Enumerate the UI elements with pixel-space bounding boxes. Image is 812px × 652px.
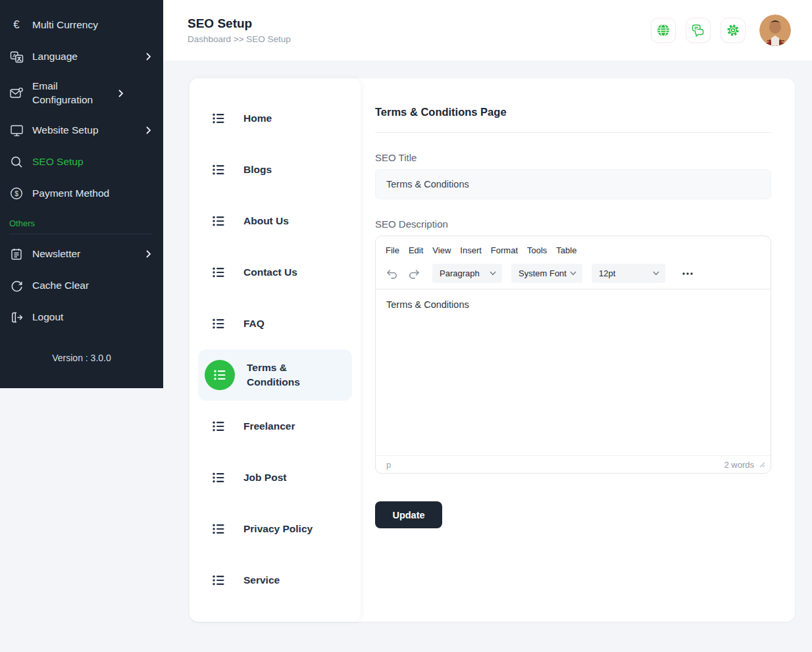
topbar: SEO Setup Dashboard >> SEO Setup [163,0,812,61]
editor-content[interactable]: Terms & Conditions [376,289,771,455]
sidebar-section-others: Others [9,218,153,234]
editor-menubar: File Edit View Insert Format Tools Table [376,236,771,259]
search-icon [9,155,24,169]
undo-icon[interactable] [382,264,401,283]
element-path: p [386,460,391,470]
subnav-item-terms-conditions[interactable]: Terms & Conditions [198,349,352,401]
rich-text-editor: File Edit View Insert Format Tools Table [375,236,771,474]
chevron-right-icon [146,250,153,258]
menu-format[interactable]: Format [486,243,522,258]
terms-conditions-form: Terms & Conditions Page SEO Title SEO De… [361,78,795,622]
page-title: SEO Setup [188,16,291,31]
breadcrumb: Dashboard >> SEO Setup [188,34,291,44]
list-icon [212,471,225,484]
refresh-icon [9,278,24,293]
messages-button[interactable] [686,18,711,43]
subnav-item-contact-us[interactable]: Contact Us [190,247,361,298]
seo-title-input[interactable] [375,169,771,199]
word-count: 2 words [724,460,754,470]
chevron-down-icon [653,271,659,276]
language-globe-button[interactable] [651,18,676,43]
seo-pages-subnav: Home Blogs About Us Contact Us FAQ [190,78,361,622]
svg-text:$: $ [14,189,18,197]
font-family-dropdown[interactable]: System Font [511,264,582,283]
chevron-right-icon [118,89,125,97]
chevron-right-icon [146,126,153,134]
sidebar-item-email-configuration[interactable]: Email Configuration [0,72,163,114]
menu-tools[interactable]: Tools [522,243,551,258]
dollar-icon: $ [9,186,24,201]
redo-icon[interactable] [405,264,423,283]
subnav-item-job-post[interactable]: Job Post [190,452,361,503]
menu-table[interactable]: Table [551,243,581,258]
sidebar-item-language[interactable]: A Language [0,41,163,72]
editor-statusbar: p 2 words [376,455,771,473]
chevron-right-icon [146,53,153,61]
cutoff-item [0,0,163,9]
seo-description-label: SEO Description [375,218,771,230]
subnav-item-faq[interactable]: FAQ [190,298,361,349]
font-size-dropdown[interactable]: 12pt [592,264,665,283]
gear-icon [726,23,740,38]
version-label: Version : 3.0.0 [0,353,163,363]
page-title-block: SEO Setup Dashboard >> SEO Setup [188,16,291,44]
euro-icon: € [9,18,24,32]
logout-icon [9,310,24,324]
editor-toolbar: Paragraph System Font 12pt [376,259,771,289]
sidebar-item-payment-method[interactable]: $ Payment Method [0,178,163,209]
subnav-item-blogs[interactable]: Blogs [190,144,361,195]
menu-insert[interactable]: Insert [455,243,486,258]
menu-file[interactable]: File [381,243,404,258]
translate-icon: A [9,49,24,64]
list-icon [212,112,225,125]
sidebar-item-multi-currency[interactable]: € Multi Currency [0,9,163,41]
menu-edit[interactable]: Edit [404,243,428,258]
globe-icon [656,23,671,38]
mail-icon [9,86,24,101]
subnav-item-about-us[interactable]: About Us [190,195,361,247]
list-icon [212,214,225,228]
resize-grip[interactable] [759,461,765,468]
list-icon [212,266,225,279]
subnav-item-home[interactable]: Home [190,93,361,144]
list-icon [212,522,225,536]
block-format-dropdown[interactable]: Paragraph [432,264,502,283]
subnav-item-freelancer[interactable]: Freelancer [190,401,361,452]
subnav-item-privacy-policy[interactable]: Privacy Policy [190,503,361,555]
sidebar-item-newsletter[interactable]: Newsletter [0,238,163,270]
subnav-item-service[interactable]: Service [190,555,361,606]
menu-view[interactable]: View [428,243,455,258]
more-toolbar-icon[interactable] [678,264,697,283]
settings-button[interactable] [721,18,746,43]
list-icon [212,420,225,433]
list-icon [205,360,235,390]
seo-setup-card: Home Blogs About Us Contact Us FAQ [190,78,795,622]
sidebar-item-website-setup[interactable]: Website Setup [0,114,163,146]
user-avatar[interactable] [759,14,791,46]
sidebar-item-logout[interactable]: Logout [0,301,163,333]
monitor-icon [9,123,24,138]
sidebar-item-seo-setup[interactable]: SEO Setup [0,146,163,178]
list-icon [212,317,225,330]
heading-divider [375,132,771,133]
app-sidebar: € Multi Currency A Language Email Config… [0,0,163,388]
list-icon [212,574,225,587]
topbar-actions [651,14,791,46]
chevron-down-icon [570,271,576,276]
chevron-down-icon [490,271,496,276]
sidebar-item-cache-clear[interactable]: Cache Clear [0,270,163,301]
update-button[interactable]: Update [375,501,442,528]
list-icon [212,163,225,176]
seo-title-label: SEO Title [375,152,771,163]
section-heading: Terms & Conditions Page [375,106,771,118]
newsletter-icon [9,247,24,261]
chat-icon [691,23,705,38]
